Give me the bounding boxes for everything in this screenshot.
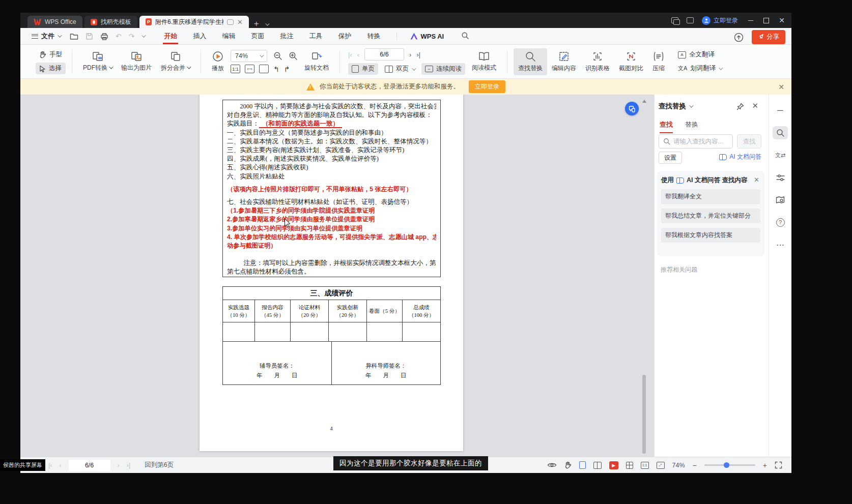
autoplay-button[interactable]: ▶ <box>609 461 618 469</box>
read-mode-button[interactable]: 阅读模式 <box>467 49 501 75</box>
status-hand-tool-icon[interactable] <box>564 461 572 469</box>
play-slideshow-button[interactable]: 播放 <box>207 48 229 75</box>
strip-navigate-icon[interactable] <box>773 193 788 206</box>
recognize-table-button[interactable]: 识别表格 <box>581 48 614 75</box>
strip-more-icon[interactable]: ⋯ <box>773 238 788 251</box>
edit-content-button[interactable]: 编辑内容 <box>547 48 581 75</box>
login-entry[interactable]: 立即登录 <box>702 16 738 25</box>
ai-suggestion-chip[interactable]: 帮我根据文章内容找答案 <box>661 228 760 243</box>
pdf-convert-button[interactable]: PDF转换 <box>78 49 117 75</box>
zoom-slider[interactable] <box>704 464 755 466</box>
status-zoom-value[interactable]: 74% <box>672 462 685 469</box>
compress-button[interactable]: 压缩 <box>648 48 669 75</box>
undo-icon[interactable]: ↶ <box>116 33 122 40</box>
export-as-image-button[interactable]: 输出为图片 <box>117 49 156 75</box>
select-tool-button[interactable]: 选择 <box>36 63 66 74</box>
file-menu[interactable]: 文件 <box>32 32 61 41</box>
menu-item-转换[interactable]: 转换 <box>366 28 381 44</box>
status-next-page-icon[interactable]: › <box>118 462 120 469</box>
status-fit-icon[interactable]: ⤢ <box>657 462 665 469</box>
zoom-slider-knob[interactable] <box>724 462 729 468</box>
next-page-icon[interactable]: › <box>409 51 411 58</box>
tab-comment-icon[interactable] <box>227 19 233 25</box>
strip-search-icon[interactable] <box>773 126 788 139</box>
ai-suggestion-chip[interactable]: 帮我翻译全文 <box>661 189 760 204</box>
apps-icon[interactable] <box>687 17 694 23</box>
double-page-view-icon[interactable] <box>593 462 602 469</box>
collapse-panel-icon[interactable]: ─ <box>773 104 788 117</box>
notice-close-icon[interactable]: ✕ <box>778 83 784 91</box>
fullscreen-icon[interactable] <box>775 461 782 469</box>
actual-size-icon[interactable]: 1:1 <box>231 65 240 73</box>
menu-item-批注[interactable]: 批注 <box>279 28 294 44</box>
menu-item-页面[interactable]: 页面 <box>250 28 265 44</box>
strip-options-icon[interactable] <box>773 171 788 184</box>
feedback-icon[interactable] <box>734 33 744 42</box>
maximize-button[interactable] <box>763 18 769 23</box>
print-icon[interactable] <box>100 33 108 40</box>
zoom-out-button[interactable]: − <box>693 462 697 469</box>
menu-item-插入[interactable]: 插入 <box>192 28 207 44</box>
single-page-view-icon[interactable] <box>579 461 586 469</box>
zoom-out-icon[interactable] <box>273 51 282 61</box>
redo-icon[interactable]: ↷ <box>129 33 135 40</box>
menu-item-开始[interactable]: 开始 <box>163 28 178 44</box>
open-file-icon[interactable] <box>70 33 78 40</box>
rotate-document-button[interactable]: 旋转文档 <box>300 49 333 75</box>
new-tab-button[interactable]: + <box>254 19 259 28</box>
panel-tab-替换[interactable]: 替换 <box>685 120 698 133</box>
find-replace-button[interactable]: 查找替换 <box>514 48 547 75</box>
ai-suggestion-chip[interactable]: 帮我总结文章，并定位关键部分 <box>661 209 760 223</box>
word-translate-button[interactable]: 文A 划词翻译 <box>674 63 725 74</box>
menu-item-编辑[interactable]: 编辑 <box>221 28 236 44</box>
zoom-select[interactable]: 74% <box>231 50 267 62</box>
save-icon[interactable] <box>86 33 93 40</box>
document-canvas[interactable]: 2000 字以内，简要陈述参与社会实践的次数、时长及内容，突出社会实践对自身意识… <box>20 95 654 457</box>
vertical-scrollbar[interactable] <box>642 375 646 454</box>
pin-icon[interactable] <box>736 103 744 110</box>
rotate-right-icon[interactable]: ↱ <box>284 66 290 73</box>
menu-item-保护[interactable]: 保护 <box>337 28 352 44</box>
continuous-read-button[interactable]: ═连续阅读 <box>421 63 465 75</box>
fit-width-icon[interactable]: ⟷ <box>245 65 254 73</box>
minimize-button[interactable]: ─ <box>746 16 755 24</box>
full-translate-button[interactable]: A 全文翻译 <box>674 49 725 61</box>
menu-search-icon[interactable] <box>461 32 469 41</box>
screenshot-compare-button[interactable]: 截图对比 <box>614 48 648 75</box>
back-to-page-button[interactable]: 回到第6页 <box>145 461 174 469</box>
hand-tool-button[interactable]: 手型 <box>36 49 66 61</box>
status-first-page-icon[interactable]: |‹ <box>48 462 52 469</box>
find-settings-button[interactable]: 设置 <box>659 152 682 164</box>
menu-item-工具[interactable]: 工具 <box>308 28 323 44</box>
workspace-icon[interactable] <box>671 17 678 23</box>
split-merge-button[interactable]: 拆分合并 <box>156 49 194 75</box>
mobile-transfer-float-button[interactable] <box>625 102 639 115</box>
float-collapse-arrow-icon[interactable] <box>642 100 646 103</box>
last-page-icon[interactable]: ›| <box>416 51 420 58</box>
tab-list-chevron-icon[interactable] <box>265 19 268 28</box>
strip-translate-icon[interactable]: 文⇄ <box>773 149 788 162</box>
window-tab[interactable]: WPS Office <box>27 16 82 28</box>
panel-close-icon[interactable]: ✕ <box>752 101 758 110</box>
status-prev-page-icon[interactable]: ‹ <box>59 462 61 469</box>
ai-card-close-icon[interactable]: ✕ <box>754 176 759 184</box>
eye-protect-icon[interactable] <box>547 462 557 468</box>
find-button[interactable]: 查找 <box>737 134 761 149</box>
page-indicator[interactable]: 6/6 <box>364 48 404 61</box>
share-button[interactable]: 分享 <box>752 30 785 44</box>
prev-page-icon[interactable]: ‹ <box>357 51 359 58</box>
double-page-button[interactable]: 双页 <box>381 63 418 75</box>
panel-tab-查找[interactable]: 查找 <box>660 120 673 133</box>
status-actual-size-icon[interactable]: 1:1 <box>641 462 649 469</box>
close-window-button[interactable]: ✕ <box>777 16 786 24</box>
quickbar-chevron-icon[interactable] <box>142 33 146 37</box>
single-page-button[interactable]: 单页 <box>348 63 378 75</box>
notice-login-button[interactable]: 立即登录 <box>469 80 505 93</box>
wps-ai-button[interactable]: WPS AI <box>396 33 444 40</box>
zoom-in-button[interactable]: + <box>763 462 767 469</box>
fit-page-icon[interactable] <box>259 65 269 73</box>
panel-title[interactable]: 查找替换 <box>659 102 692 111</box>
zoom-in-icon[interactable] <box>289 51 298 61</box>
status-last-page-icon[interactable]: ›| <box>127 462 130 469</box>
thumbnail-grid-icon[interactable] <box>626 462 633 469</box>
